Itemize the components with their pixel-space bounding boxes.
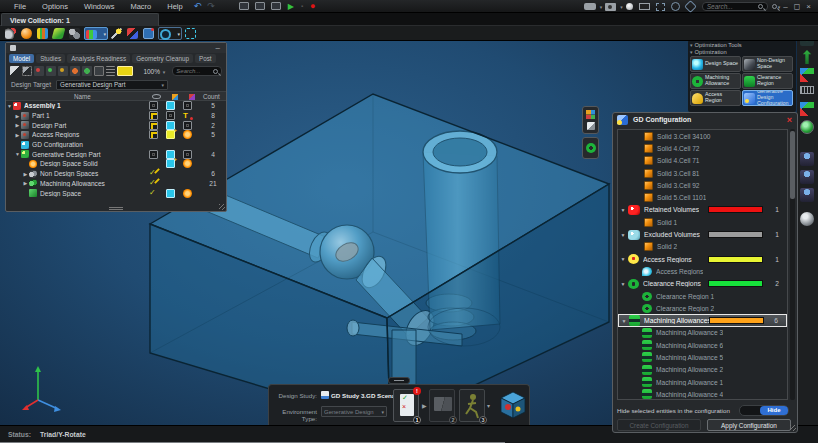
yellow-toggle[interactable] [166, 130, 175, 139]
tree-row[interactable]: ▶Part 18 [6, 111, 226, 121]
select-area-icon[interactable] [22, 66, 32, 76]
check-toggle[interactable] [149, 189, 158, 198]
box-toggle[interactable] [166, 111, 175, 120]
rotate-view-icon[interactable]: ▾ [158, 27, 182, 40]
gd-row-solid[interactable]: Solid 2 [618, 241, 787, 253]
compare-results-icon[interactable] [126, 27, 140, 40]
tool-clearance-region[interactable]: Clearance Region [742, 73, 793, 89]
cyanplus-toggle[interactable] [166, 150, 175, 159]
show-green-icon[interactable] [82, 66, 92, 76]
triad-icon[interactable] [800, 68, 814, 82]
tab-studies[interactable]: Studies [36, 54, 65, 63]
cyan-toggle[interactable] [166, 101, 175, 110]
kinematics-3-icon[interactable] [800, 188, 814, 202]
zoom-level[interactable]: 100% ▾ [143, 68, 165, 75]
color-column-icon[interactable] [172, 94, 178, 100]
apply-configuration-button[interactable]: Apply Configuration [707, 419, 791, 431]
hide-toggle[interactable]: Hide [739, 405, 789, 416]
menu-windows[interactable]: Windows [76, 2, 122, 11]
checklist-button[interactable]: ! 1 [393, 389, 419, 422]
move-tool-icon[interactable] [800, 50, 814, 64]
run-button[interactable]: 3 [459, 389, 485, 422]
color-swatch[interactable] [708, 231, 763, 238]
corner-toggle[interactable] [149, 130, 158, 139]
pan-icon[interactable] [684, 0, 697, 13]
box-toggle[interactable] [149, 101, 158, 110]
dropdown-icon[interactable]: ▾ [177, 31, 180, 37]
orientation-triad-icon[interactable] [800, 102, 814, 116]
tsym-toggle[interactable] [183, 111, 192, 120]
window-layout-icon[interactable] [255, 2, 265, 10]
box-toggle[interactable] [149, 150, 158, 159]
orbit-icon[interactable] [671, 2, 680, 11]
expander-icon[interactable]: ▶ [14, 132, 21, 138]
browser-search-input[interactable]: Search... [172, 66, 222, 76]
design-target-select[interactable]: Generative Design Part ▾ [56, 80, 168, 90]
cyanplus-toggle[interactable] [166, 121, 175, 130]
gd-row-solid[interactable]: Solid 3.Cell 34100 [618, 130, 787, 142]
filter-yellow-icon[interactable] [58, 66, 68, 76]
gd-row-group[interactable]: ▼Machining Allowances6 [618, 314, 787, 326]
expander-icon[interactable]: ▼ [14, 151, 21, 157]
gd-row-solid[interactable]: Solid 4.Cell 72 [618, 142, 787, 154]
corner-toggle[interactable] [149, 121, 158, 130]
expander-icon[interactable]: ▼ [618, 256, 628, 262]
gd-row-child[interactable]: Machining Allowance 2 [618, 364, 787, 376]
close-button[interactable]: × [806, 2, 811, 11]
tab-analysis-readiness[interactable]: Analysis Readiness [67, 54, 130, 63]
gd-row-solid[interactable]: Solid 3.Cell 81 [618, 167, 787, 179]
orange-toggle[interactable] [183, 130, 192, 139]
list-view-icon[interactable] [106, 66, 116, 76]
tree-row[interactable]: Design Space Solid [6, 159, 226, 169]
panel-resize-grip[interactable] [109, 207, 123, 210]
filter-red-icon[interactable] [34, 66, 44, 76]
create-configuration-button[interactable]: Create Configuration [617, 419, 701, 431]
show-orange-icon[interactable] [70, 66, 80, 76]
frame-filter-icon[interactable] [94, 66, 104, 76]
gd-list-scrollbar[interactable] [790, 129, 795, 400]
save-view-icon[interactable] [142, 27, 156, 40]
expander-icon[interactable]: ▼ [618, 281, 628, 287]
tool-non-design-space[interactable]: Non-Design Space [742, 56, 793, 72]
surface-tool-icon[interactable] [52, 27, 66, 40]
tree-row[interactable]: ▶Machining Allowances21 [6, 179, 226, 189]
optimization-tools-header[interactable]: ▾Optimization Tools [690, 42, 794, 48]
optimization-section-header[interactable]: ▾Optimization [690, 49, 794, 55]
box-toggle[interactable] [183, 101, 192, 110]
highlight-tag-icon[interactable] [117, 66, 133, 76]
menu-file[interactable]: File [6, 2, 34, 11]
menu-options[interactable]: Options [34, 2, 76, 11]
select-icon[interactable] [10, 66, 20, 76]
gd-row-solid[interactable]: Solid 4.Cell 71 [618, 155, 787, 167]
play-macro-icon[interactable]: ▶ [288, 2, 294, 11]
visibility-column-icon[interactable] [152, 94, 161, 99]
display-icon[interactable] [639, 3, 650, 10]
ruler-icon[interactable] [800, 86, 814, 94]
gd-row-child[interactable]: Clearance Region 2 [618, 302, 787, 314]
tab-post[interactable]: Post [195, 54, 216, 63]
gd-row-group[interactable]: ▼Excluded Volumes1 [618, 228, 787, 240]
panel-minimize-icon[interactable]: – [216, 44, 220, 52]
panel-resize-corner[interactable] [219, 204, 225, 210]
menu-macro[interactable]: Macro [122, 2, 159, 11]
cyan-toggle[interactable] [166, 159, 175, 168]
tree-row[interactable]: Design Space [6, 188, 226, 198]
lighting-icon[interactable] [626, 3, 633, 10]
cyan-toggle[interactable] [166, 189, 175, 198]
gear-pair-icon[interactable] [68, 27, 82, 40]
window-stack-icon[interactable] [271, 2, 281, 10]
global-search-input[interactable]: Search... [702, 2, 768, 11]
gd-row-child[interactable]: Clearance Region 1 [618, 290, 787, 302]
gd-row-child[interactable]: Machining Allowance 1 [618, 376, 787, 388]
expander-icon[interactable]: ▶ [22, 180, 29, 186]
tree-row[interactable]: ▼Assembly 15 [6, 101, 226, 111]
color-swatch[interactable] [708, 206, 763, 213]
expander-icon[interactable]: ▼ [619, 318, 629, 324]
record-macro-icon[interactable]: ● [310, 2, 315, 11]
redo-icon[interactable]: ↷ [207, 2, 215, 11]
results-book-button[interactable]: 2 [429, 389, 455, 422]
tree-row[interactable]: ▶Access Regions5 [6, 130, 226, 140]
gd-row-group[interactable]: ▼Retained Volumes1 [618, 204, 787, 216]
color-swatch[interactable] [708, 256, 763, 263]
gd-row-child[interactable]: Machining Allowance 3 [618, 327, 787, 339]
